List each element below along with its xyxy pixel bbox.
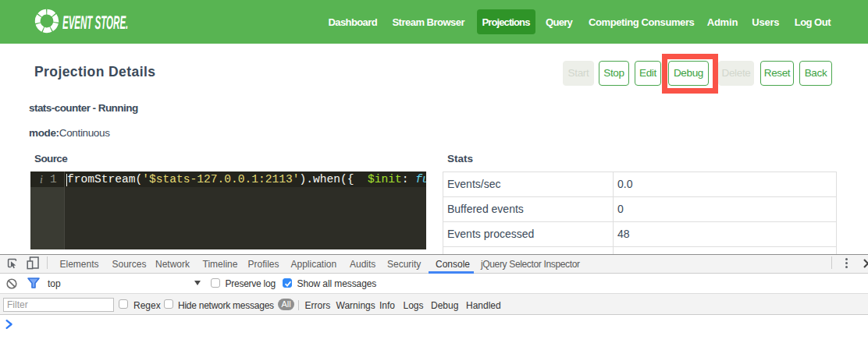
svg-text:EVENT STORE.: EVENT STORE.: [62, 13, 128, 32]
